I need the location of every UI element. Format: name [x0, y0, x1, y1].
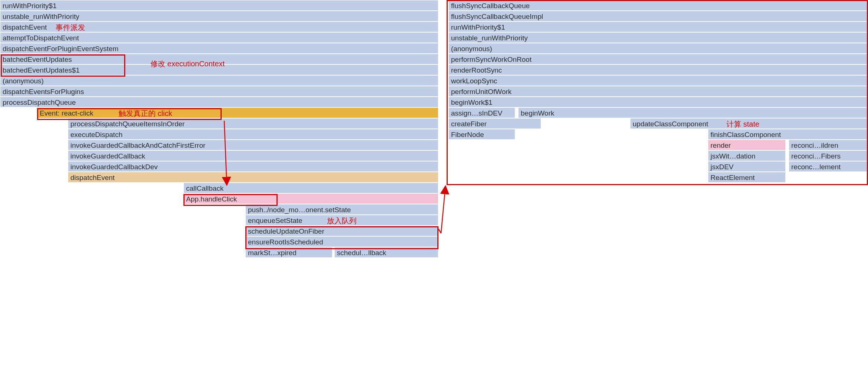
- flame-bar[interactable]: dispatchEvent: [68, 172, 438, 183]
- flame-bar[interactable]: executeDispatch: [68, 129, 438, 140]
- flame-bar[interactable]: ensureRootIsScheduled: [245, 236, 438, 247]
- flame-bar[interactable]: jsxDEV: [708, 161, 786, 172]
- flame-bar[interactable]: assign…sInDEV: [448, 107, 515, 118]
- flame-bar[interactable]: callCallback: [183, 183, 438, 193]
- flame-bar[interactable]: enqueueSetState: [245, 215, 438, 226]
- flame-bar[interactable]: processDispatchQueue: [0, 97, 438, 107]
- flame-bar[interactable]: reconci…ildren: [789, 140, 868, 150]
- flame-bar[interactable]: updateClassComponent: [630, 118, 868, 129]
- flame-bar[interactable]: (anonymous): [448, 43, 868, 54]
- flame-bar[interactable]: ReactElement: [708, 172, 786, 183]
- flame-bar[interactable]: createFiber: [448, 118, 541, 129]
- flame-bar[interactable]: beginWork: [518, 107, 868, 118]
- flame-bar[interactable]: beginWork$1: [448, 97, 868, 107]
- flame-bar[interactable]: invokeGuardedCallback: [68, 150, 438, 161]
- flame-bar[interactable]: FiberNode: [448, 129, 515, 140]
- flame-bar[interactable]: invokeGuardedCallbackDev: [68, 161, 438, 172]
- flame-bar[interactable]: reconc…lement: [789, 161, 868, 172]
- flame-bar[interactable]: dispatchEventsForPlugins: [0, 86, 438, 97]
- flame-bar[interactable]: (anonymous): [0, 75, 438, 86]
- flame-bar[interactable]: unstable_runWithPriority: [448, 32, 868, 43]
- flame-bar[interactable]: dispatchEvent: [0, 21, 438, 32]
- flame-bar[interactable]: schedul…llback: [334, 247, 438, 258]
- flame-bar[interactable]: reconci…Fibers: [789, 150, 868, 161]
- flame-bar[interactable]: performUnitOfWork: [448, 86, 868, 97]
- flame-bar[interactable]: dispatchEventForPluginEventSystem: [0, 43, 438, 54]
- flame-bar[interactable]: App.handleClick: [183, 193, 438, 204]
- flame-bar[interactable]: Event: react-click: [37, 107, 438, 118]
- flame-bar[interactable]: flushSyncCallbackQueue: [448, 0, 868, 11]
- flame-bar[interactable]: push../node_mo…onent.setState: [245, 204, 438, 215]
- flame-bar[interactable]: batchedEventUpdates$1: [0, 64, 438, 75]
- flame-bar[interactable]: runWithPriority$1: [0, 0, 438, 11]
- flame-bar[interactable]: render: [708, 140, 786, 150]
- flame-bar[interactable]: runWithPriority$1: [448, 21, 868, 32]
- flame-bar[interactable]: markSt…xpired: [245, 247, 332, 258]
- flame-bar[interactable]: jsxWit…dation: [708, 150, 786, 161]
- flame-bar[interactable]: invokeGuardedCallbackAndCatchFirstError: [68, 140, 438, 150]
- flame-bar[interactable]: processDispatchQueueItemsInOrder: [68, 118, 438, 129]
- flame-bar[interactable]: unstable_runWithPriority: [0, 11, 438, 21]
- flame-bar[interactable]: scheduleUpdateOnFiber: [245, 226, 438, 236]
- flame-bar[interactable]: renderRootSync: [448, 64, 868, 75]
- flame-bar[interactable]: finishClassComponent: [708, 129, 868, 140]
- flame-bar[interactable]: workLoopSync: [448, 75, 868, 86]
- flame-bar[interactable]: flushSyncCallbackQueueImpl: [448, 11, 868, 21]
- flame-bar[interactable]: attemptToDispatchEvent: [0, 32, 438, 43]
- flame-bar[interactable]: batchedEventUpdates: [0, 54, 438, 64]
- flame-bar[interactable]: performSyncWorkOnRoot: [448, 54, 868, 64]
